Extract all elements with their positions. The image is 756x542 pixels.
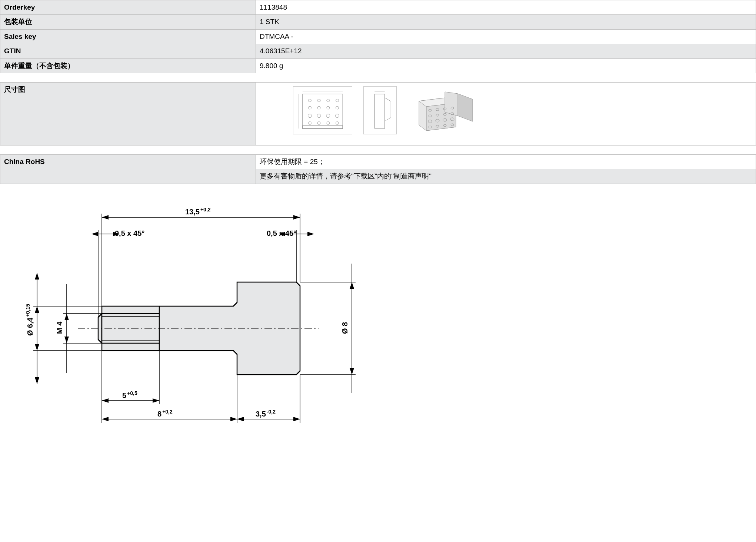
value-packing: 1 STK bbox=[256, 15, 756, 29]
svg-point-10 bbox=[308, 114, 312, 118]
label-orderkey: Orderkey bbox=[0, 0, 256, 15]
dim-8-tol: +0,2 bbox=[162, 409, 173, 415]
svg-point-12 bbox=[326, 114, 330, 118]
dim-thumbnails-cell bbox=[256, 82, 756, 145]
spec-table: Orderkey 1113848 包装单位 1 STK Sales key DT… bbox=[0, 0, 756, 73]
dim-chamfer-right: 0,5 x 45° bbox=[267, 229, 296, 237]
thumbnail-side-icon bbox=[363, 86, 397, 134]
svg-point-4 bbox=[327, 99, 330, 102]
table-row: GTIN 4.06315E+12 bbox=[0, 44, 756, 58]
table-row: Orderkey 1113848 bbox=[0, 0, 756, 15]
label-rohs-2 bbox=[0, 169, 256, 184]
dim-5-tol: +0,5 bbox=[127, 390, 137, 396]
svg-text:13,5+0,2: 13,5+0,2 bbox=[185, 207, 211, 216]
table-row: 更多有害物质的详情，请参考"下载区"内的"制造商声明" bbox=[0, 169, 756, 184]
technical-drawing: 13,5+0,2 0,5 x 45° 0,5 x 45° Ø 6,4+0,15 … bbox=[11, 199, 389, 430]
dim-3-5: 3,5 bbox=[256, 410, 266, 418]
value-gtin: 4.06315E+12 bbox=[256, 44, 756, 58]
svg-point-6 bbox=[309, 106, 312, 109]
dim-3-5-tol: -0,2 bbox=[267, 409, 276, 415]
svg-text:8+0,2: 8+0,2 bbox=[157, 409, 173, 418]
value-orderkey: 1113848 bbox=[256, 0, 756, 15]
label-saleskey: Sales key bbox=[0, 29, 256, 44]
svg-point-16 bbox=[327, 121, 330, 124]
thumbnail-row bbox=[293, 86, 719, 134]
svg-point-7 bbox=[317, 106, 320, 109]
rohs-table: China RoHS 环保使用期限 = 25； 更多有害物质的详情，请参考"下载… bbox=[0, 154, 756, 184]
table-row: 包装单位 1 STK bbox=[0, 15, 756, 29]
svg-point-2 bbox=[309, 99, 312, 102]
svg-text:5+0,5: 5+0,5 bbox=[122, 390, 137, 399]
dim-dia-6-4: Ø 6,4 bbox=[26, 317, 34, 336]
dim-13-5-tol: +0,2 bbox=[200, 207, 211, 213]
dim-m4: M 4 bbox=[56, 321, 64, 334]
value-rohs-2: 更多有害物质的详情，请参考"下载区"内的"制造商声明" bbox=[256, 169, 756, 184]
svg-point-13 bbox=[335, 114, 339, 118]
svg-point-5 bbox=[336, 99, 339, 102]
table-row: China RoHS 环保使用期限 = 25； bbox=[0, 154, 756, 169]
svg-point-9 bbox=[336, 106, 339, 109]
svg-point-15 bbox=[317, 121, 320, 124]
dim-13-5: 13,5 bbox=[185, 208, 200, 216]
svg-text:3,5-0,2: 3,5-0,2 bbox=[256, 409, 276, 418]
svg-rect-20 bbox=[374, 94, 384, 128]
svg-point-14 bbox=[309, 121, 312, 124]
table-row: 尺寸图 bbox=[0, 82, 756, 145]
svg-point-17 bbox=[336, 121, 339, 124]
svg-point-8 bbox=[327, 106, 330, 109]
svg-rect-1 bbox=[303, 126, 343, 128]
label-gtin: GTIN bbox=[0, 44, 256, 58]
value-rohs-1: 环保使用期限 = 25； bbox=[256, 154, 756, 169]
table-row: 单件重量（不含包装） 9.800 g bbox=[0, 58, 756, 73]
svg-point-3 bbox=[317, 99, 320, 102]
value-weight: 9.800 g bbox=[256, 58, 756, 73]
label-packing: 包装单位 bbox=[0, 15, 256, 29]
dim-8: 8 bbox=[157, 410, 161, 418]
dim-chamfer-left: 0,5 x 45° bbox=[115, 229, 144, 237]
label-weight: 单件重量（不含包装） bbox=[0, 58, 256, 73]
table-row: Sales key DTMCAA - bbox=[0, 29, 756, 44]
svg-text:Ø 6,4+0,15: Ø 6,4+0,15 bbox=[25, 304, 34, 336]
label-dim-section: 尺寸图 bbox=[0, 82, 256, 145]
value-saleskey: DTMCAA - bbox=[256, 29, 756, 44]
svg-point-11 bbox=[317, 114, 321, 118]
dimension-section-table: 尺寸图 bbox=[0, 82, 756, 145]
dim-dia-8: Ø 8 bbox=[341, 322, 349, 334]
dim-dia-6-4-tol: +0,15 bbox=[25, 304, 31, 317]
dim-5: 5 bbox=[122, 391, 126, 399]
thumbnail-front-icon bbox=[293, 86, 352, 134]
thumbnail-iso-icon bbox=[408, 86, 482, 134]
label-rohs: China RoHS bbox=[0, 154, 256, 169]
